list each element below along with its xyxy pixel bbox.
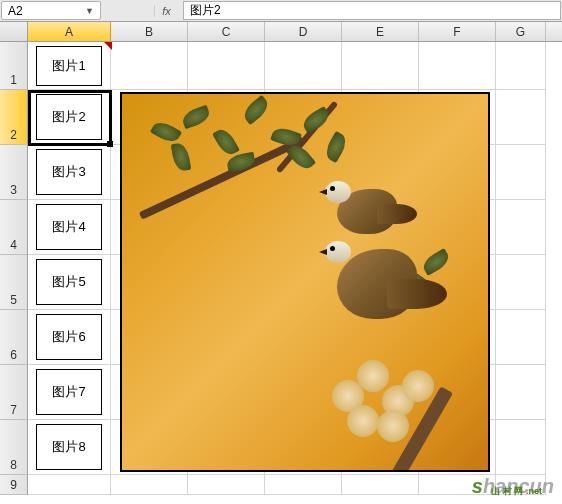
formula-bar: A2 ▼ fx 图片2 bbox=[0, 0, 562, 22]
watermark-sub: 山 村 网 .net bbox=[491, 485, 542, 498]
cell-E9[interactable] bbox=[342, 475, 419, 495]
cell-C1[interactable] bbox=[188, 42, 265, 90]
cell-button-A4[interactable]: 图片4 bbox=[36, 204, 102, 250]
painting-leaf bbox=[226, 152, 256, 173]
cell-D9[interactable] bbox=[265, 475, 342, 495]
column-header-F[interactable]: F bbox=[419, 22, 496, 41]
row-header-3[interactable]: 3 bbox=[0, 145, 28, 200]
embedded-image[interactable] bbox=[120, 92, 490, 472]
cell-button-A1[interactable]: 图片1 bbox=[36, 46, 102, 86]
painting-flowers bbox=[322, 350, 462, 450]
column-headers: A B C D E F G bbox=[0, 22, 562, 42]
painting-bird bbox=[337, 249, 417, 319]
cell-A6[interactable]: 图片6 bbox=[28, 310, 111, 365]
row-headers: 1 2 3 4 5 6 7 8 9 bbox=[0, 42, 28, 495]
column-header-B[interactable]: B bbox=[111, 22, 188, 41]
cell-button-A2[interactable]: 图片2 bbox=[36, 94, 102, 140]
column-header-D[interactable]: D bbox=[265, 22, 342, 41]
painting-bird bbox=[337, 189, 397, 234]
cell-B1[interactable] bbox=[111, 42, 188, 90]
cell-button-A5[interactable]: 图片5 bbox=[36, 259, 102, 305]
cell-button-A6[interactable]: 图片6 bbox=[36, 314, 102, 360]
cell-F1[interactable] bbox=[419, 42, 496, 90]
cell-G5[interactable] bbox=[496, 255, 546, 310]
name-box[interactable]: A2 ▼ bbox=[1, 1, 101, 20]
select-all-corner[interactable] bbox=[0, 22, 28, 41]
row-header-1[interactable]: 1 bbox=[0, 42, 28, 90]
cell-G3[interactable] bbox=[496, 145, 546, 200]
column-header-G[interactable]: G bbox=[496, 22, 546, 41]
painting-leaf bbox=[171, 142, 192, 172]
cell-G7[interactable] bbox=[496, 365, 546, 420]
column-header-C[interactable]: C bbox=[188, 22, 265, 41]
cell-button-A7[interactable]: 图片7 bbox=[36, 369, 102, 415]
watermark-first: s bbox=[472, 475, 483, 497]
cell-B9[interactable] bbox=[111, 475, 188, 495]
cell-button-A8[interactable]: 图片8 bbox=[36, 424, 102, 470]
row-header-6[interactable]: 6 bbox=[0, 310, 28, 365]
cell-A1[interactable]: 图片1 bbox=[28, 42, 111, 90]
cell-D1[interactable] bbox=[265, 42, 342, 90]
row-header-2[interactable]: 2 bbox=[0, 90, 28, 145]
formula-value: 图片2 bbox=[190, 2, 221, 19]
cell-E1[interactable] bbox=[342, 42, 419, 90]
cell-A2[interactable]: 图片2 bbox=[28, 90, 111, 145]
painting-leaf bbox=[322, 131, 350, 163]
cell-A3[interactable]: 图片3 bbox=[28, 145, 111, 200]
cell-A4[interactable]: 图片4 bbox=[28, 200, 111, 255]
cell-button-A3[interactable]: 图片3 bbox=[36, 149, 102, 195]
cell-A7[interactable]: 图片7 bbox=[28, 365, 111, 420]
cell-G1[interactable] bbox=[496, 42, 546, 90]
fx-icon[interactable]: fx bbox=[154, 5, 178, 17]
painting-leaf bbox=[240, 95, 272, 125]
cell-G2[interactable] bbox=[496, 90, 546, 145]
column-header-A[interactable]: A bbox=[28, 22, 111, 41]
row-header-9[interactable]: 9 bbox=[0, 475, 28, 495]
row-header-8[interactable]: 8 bbox=[0, 420, 28, 475]
cell-A8[interactable]: 图片8 bbox=[28, 420, 111, 475]
cell-G4[interactable] bbox=[496, 200, 546, 255]
cell-C9[interactable] bbox=[188, 475, 265, 495]
watermark: shancun 山 村 网 .net bbox=[472, 475, 554, 498]
row-header-5[interactable]: 5 bbox=[0, 255, 28, 310]
painting-leaf bbox=[212, 126, 240, 158]
painting-leaf bbox=[180, 105, 212, 130]
formula-input[interactable]: 图片2 bbox=[183, 1, 561, 20]
cell-A9[interactable] bbox=[28, 475, 111, 495]
cell-A5[interactable]: 图片5 bbox=[28, 255, 111, 310]
cell-G6[interactable] bbox=[496, 310, 546, 365]
dropdown-arrow-icon[interactable]: ▼ bbox=[85, 6, 94, 16]
painting-leaf bbox=[150, 118, 182, 146]
formula-bar-separator: fx bbox=[102, 0, 182, 21]
row-header-7[interactable]: 7 bbox=[0, 365, 28, 420]
cell-G8[interactable] bbox=[496, 420, 546, 475]
column-header-E[interactable]: E bbox=[342, 22, 419, 41]
comment-indicator-icon[interactable] bbox=[104, 42, 112, 50]
row-header-4[interactable]: 4 bbox=[0, 200, 28, 255]
name-box-value: A2 bbox=[8, 4, 23, 18]
painting-leaf bbox=[420, 248, 452, 276]
